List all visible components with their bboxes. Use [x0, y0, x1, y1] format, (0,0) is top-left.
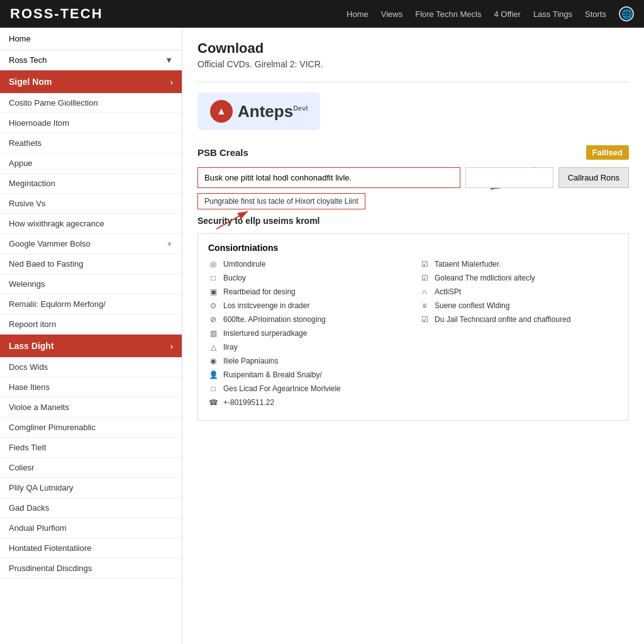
list-item: ☑ Goleand The mdlictioni altecly: [419, 273, 618, 283]
hint-text: Pungrable finst lus tacle of Hixort cloy…: [197, 193, 365, 209]
nav-lass[interactable]: Lass Tings: [533, 9, 572, 19]
nav-home[interactable]: Home: [347, 9, 369, 19]
check-icon: ☑: [419, 259, 430, 269]
list-icon: ▥: [208, 328, 218, 338]
sidebar-item-gad[interactable]: Gad Dacks: [0, 498, 182, 518]
sidebar-item-hase[interactable]: Hase Itiens: [0, 377, 182, 397]
consort-box: Consiortniations ◎ Umtlondirule □ Bucloy…: [197, 233, 629, 421]
list-item: ☑ Du Jail Technciard onfite and chaffiou…: [419, 314, 618, 325]
sidebar-section-sigel-nom-chevron: ›: [170, 77, 173, 87]
brand-logo: ROSS-TECH: [10, 6, 103, 22]
list-item: ◎ Umtlondirule: [208, 259, 407, 269]
action-button[interactable]: Callraud Rons: [558, 167, 629, 188]
divider-1: [197, 82, 629, 82]
list-item: ☎ +-80199511.22: [208, 397, 407, 408]
target-icon: ⊙: [208, 301, 218, 311]
list-item: △ Ilray: [208, 342, 407, 352]
consort-columns: ◎ Umtlondirule □ Bucloy ▣ Reartbeiad for…: [208, 259, 618, 411]
triangle-icon: △: [208, 342, 218, 352]
sidebar-item-appue[interactable]: Appue: [0, 153, 182, 174]
list-item: □ Bucloy: [208, 273, 407, 283]
logo-icon: ▲: [210, 100, 233, 123]
sidebar-item-comgliner[interactable]: Comgliner Pimurenablic: [0, 418, 182, 438]
sidebar-section-lass-dight[interactable]: Lass Dight ›: [0, 335, 182, 357]
nav-4offier[interactable]: 4 Offier: [494, 9, 520, 19]
sidebar-item-google[interactable]: Google Vammer Bolso ▼: [0, 234, 182, 254]
sidebar-section-sigel-nom-label: Sigel Nom: [9, 77, 52, 87]
circle-icon: ◎: [208, 259, 218, 269]
page-subtitle: Official ‌CVDs. Girelmal 2: VICR.: [197, 59, 629, 69]
nav-links: Home Views Flore Techn Mecls 4 Offier La…: [347, 6, 634, 21]
sidebar-section-lass-dight-chevron: ›: [170, 341, 173, 351]
list-item: □ Ges Licad For AgearInice Morlviele: [208, 384, 407, 394]
user-icon: 👤: [208, 370, 218, 380]
intersect-icon: ∩: [419, 287, 430, 297]
sidebar-section-lass-dight-label: Lass Dight: [9, 341, 54, 351]
sidebar-dropdown-label: Ross Tech: [9, 55, 47, 65]
sidebar-home[interactable]: Home: [0, 28, 182, 50]
sidebar-item-rusive[interactable]: Rusive Vs: [0, 194, 182, 214]
grid-icon: ▣: [208, 287, 218, 297]
main-input-row: Callraud Rons: [197, 167, 629, 188]
list-item: ⊙ Los instcveenge in drader: [208, 301, 407, 311]
phone-icon: ☎: [208, 397, 218, 408]
sidebar-item-remalii[interactable]: Remalii: Equlorm Merfong/: [0, 294, 182, 314]
sidebar-item-andual[interactable]: Andual Plurfiom: [0, 518, 182, 538]
sidebar-item-megintaction[interactable]: Megintaction: [0, 174, 182, 194]
logo-box: ▲ AntepsDevl: [197, 92, 320, 130]
consort-left-col: ◎ Umtlondirule □ Bucloy ▣ Reartbeiad for…: [208, 259, 407, 411]
sidebar-item-violoe[interactable]: Violoe a Manelts: [0, 397, 182, 418]
list-item: ≡ Suene conflest Wlding: [419, 301, 618, 311]
chevron-down-icon: ▼: [165, 55, 173, 65]
sidebar-item-repoort[interactable]: Repoort itorn: [0, 314, 182, 335]
chevron-down-icon: ▼: [166, 240, 173, 248]
sidebar-section-sigel-nom[interactable]: Sigel Nom ›: [0, 70, 182, 93]
sidebar: Home Ross Tech ▼ Sigel Nom › Cosito Pame…: [0, 28, 182, 644]
psb-section-label: PSB Creals: [197, 147, 248, 158]
sidebar-item-cosito[interactable]: Cosito Pame Giolllection: [0, 93, 182, 113]
menu-icon: ≡: [419, 301, 430, 311]
sidebar-item-ned[interactable]: Ned Baed to Fasting: [0, 254, 182, 274]
input-area: Callraud Rons Pungrable finst lus tacle …: [197, 167, 629, 216]
list-item: ▥ Inslertured surperadkage: [208, 328, 407, 338]
sidebar-dropdown[interactable]: Ross Tech ▼: [0, 50, 182, 70]
list-item: ⊘ 600fte. APrioimation stonoging: [208, 314, 407, 325]
consort-title: Consiortniations: [208, 243, 618, 253]
nav-storts[interactable]: Storts: [585, 9, 606, 19]
sidebar-item-plily[interactable]: Plily QA Lutnidary: [0, 478, 182, 498]
check-icon: ☑: [419, 273, 430, 283]
sidebar-item-hioernoade[interactable]: Hioernoade Itom: [0, 113, 182, 133]
list-item: 👤 Ruspenitam & Breald Snalby/: [208, 370, 407, 380]
list-item: ☑ Tataent Mialerfuder.: [419, 259, 618, 269]
radio-icon: ◉: [208, 356, 218, 366]
sidebar-item-welenngs[interactable]: Welenngs: [0, 274, 182, 294]
check-icon: ☑: [419, 314, 430, 325]
list-item: ◉ Iliele Papniauins: [208, 356, 407, 366]
badge-failed: Faillsed: [586, 145, 629, 160]
main-input[interactable]: [197, 167, 460, 188]
sidebar-item-howwix[interactable]: How wixithragk agecrance: [0, 214, 182, 234]
square-icon: □: [208, 273, 218, 283]
sidebar-item-hontated[interactable]: Hontated Fiotentatiiore: [0, 538, 182, 558]
logo-area: ▲ AntepsDevl: [197, 92, 629, 130]
language-icon[interactable]: 🌐: [619, 6, 634, 21]
sidebar-item-docs[interactable]: Docs Wids: [0, 357, 182, 377]
page-title: Cownload: [197, 40, 629, 57]
consort-right-col: ☑ Tataent Mialerfuder. ☑ Goleand The mdl…: [419, 259, 618, 411]
security-title: Security to ellp useims kroml: [197, 216, 629, 226]
top-nav: ROSS-TECH Home Views Flore Techn Mecls 4…: [0, 0, 644, 28]
sidebar-item-fieds[interactable]: Fieds Tielt: [0, 438, 182, 458]
sidebar-item-coliesr[interactable]: Coliesr: [0, 458, 182, 478]
list-item: ▣ Reartbeiad for desing: [208, 287, 407, 297]
nav-views[interactable]: Views: [381, 9, 402, 19]
nav-flore[interactable]: Flore Techn Mecls: [415, 9, 481, 19]
layout: Home Ross Tech ▼ Sigel Nom › Cosito Pame…: [0, 28, 644, 644]
sidebar-item-prusdinental[interactable]: Prusdinental Discdings: [0, 558, 182, 579]
psb-header-row: PSB Creals Faillsed: [197, 145, 629, 160]
main-content: Cownload Official ‌CVDs. Girelmal 2: VIC…: [182, 28, 644, 644]
secondary-input[interactable]: [465, 167, 553, 188]
doc-icon: □: [208, 384, 218, 394]
sidebar-item-reathets[interactable]: Reathets: [0, 133, 182, 153]
list-item: ∩ ActliSPt: [419, 287, 618, 297]
no-icon: ⊘: [208, 314, 218, 325]
